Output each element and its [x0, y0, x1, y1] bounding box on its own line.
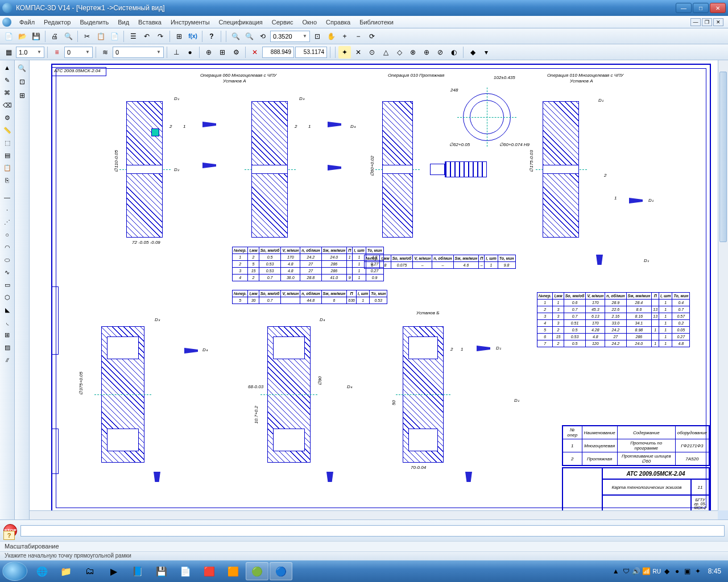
snap6-button[interactable]: ⊗	[407, 46, 419, 59]
zoom-prev-button[interactable]: ⟲	[257, 30, 269, 43]
save-button[interactable]: 💾	[30, 30, 42, 43]
undo-button[interactable]: ↶	[140, 30, 153, 43]
menu-service[interactable]: Сервис	[267, 18, 298, 27]
aux-line-button[interactable]: ⋰	[2, 217, 13, 228]
command-input[interactable]	[20, 525, 725, 537]
menu-help[interactable]: Справка	[321, 18, 355, 27]
task-kompas[interactable]: 🔵	[270, 562, 292, 580]
spec-panel-button[interactable]: ▤	[2, 149, 13, 161]
tray-sound-icon[interactable]: 🔊	[632, 567, 641, 576]
round-button[interactable]: ●	[184, 46, 196, 59]
tray-generic4-icon[interactable]: ✦	[693, 567, 702, 576]
ellipse-tool-button[interactable]: ⬭	[2, 254, 13, 265]
line-tool-button[interactable]: —	[2, 192, 13, 203]
rect-tool-button[interactable]: ▭	[2, 279, 13, 290]
snap8-button[interactable]: ⊘	[434, 46, 446, 59]
menu-libraries[interactable]: Библиотеки	[355, 18, 398, 27]
pan-button[interactable]: ✋	[325, 30, 337, 43]
chamfer-tool-button[interactable]: ◣	[2, 304, 13, 315]
task-media[interactable]: ▶	[102, 562, 125, 580]
equidist-tool-button[interactable]: ⫽	[2, 354, 13, 365]
coord-x-field[interactable]: 888.949	[262, 47, 294, 58]
spline-tool-button[interactable]: ∿	[2, 267, 13, 278]
drawing-canvas[interactable]: АТС 2009.05МСК-2.04 Операция 060 Многоце…	[30, 60, 718, 519]
variables-button[interactable]: f(x)	[187, 30, 199, 43]
start-button[interactable]	[2, 562, 27, 581]
manager-button[interactable]: ⊞	[173, 30, 185, 43]
insert-panel-button[interactable]: ⎘	[2, 174, 13, 186]
task-explorer[interactable]: 📁	[55, 562, 77, 580]
layer-combo[interactable]: 0▼	[64, 47, 93, 58]
properties-button[interactable]: ☰	[127, 30, 139, 43]
zoom-fit-button[interactable]: ⊡	[311, 30, 324, 43]
doc-close-button[interactable]: ✕	[713, 18, 723, 26]
collect-tool-button[interactable]: ⊞	[2, 329, 13, 340]
minimize-button[interactable]: —	[676, 3, 692, 13]
polygon-tool-button[interactable]: ⬡	[2, 292, 13, 303]
task-save[interactable]: 💾	[150, 562, 173, 580]
snap-settings-button[interactable]: ⚙	[230, 46, 242, 59]
param-panel-button[interactable]: ⚙	[2, 112, 13, 123]
arc-tool-button[interactable]: ◠	[2, 242, 13, 253]
snap-toggle-button[interactable]: ◆	[466, 46, 479, 59]
task-yandex[interactable]: 🟥	[198, 562, 221, 580]
select-panel-button[interactable]: ⬚	[2, 137, 13, 148]
task-folder[interactable]: 🗂	[78, 562, 101, 580]
view1-button[interactable]: 🔍	[16, 62, 28, 74]
snap-grid-button[interactable]: ⊞	[216, 46, 229, 59]
tray-lang[interactable]: RU	[652, 567, 661, 576]
task-utorrent[interactable]: 🟢	[246, 562, 268, 580]
layer-button[interactable]: ≡	[51, 46, 63, 59]
snap7-button[interactable]: ⊕	[420, 46, 433, 59]
hatch-tool-button[interactable]: ▨	[2, 342, 13, 353]
coord-y-field[interactable]: 53.1174	[295, 47, 327, 58]
task-app[interactable]: 🟧	[222, 562, 245, 580]
menu-insert[interactable]: Вставка	[134, 18, 166, 27]
snap1-button[interactable]: ✦	[338, 46, 351, 59]
menu-select[interactable]: Выделить	[75, 18, 113, 27]
tray-shield-icon[interactable]: 🛡	[622, 567, 631, 576]
geometry-panel-button[interactable]: ▲	[2, 62, 13, 73]
notation-panel-button[interactable]: ⌘	[2, 87, 13, 98]
view2-button[interactable]: ⊡	[16, 76, 28, 88]
measure-panel-button[interactable]: 📏	[2, 124, 13, 136]
snap2-button[interactable]: ✕	[352, 46, 365, 59]
fillet-tool-button[interactable]: ◟	[2, 317, 13, 328]
scale-combo[interactable]: 1.0▼	[16, 47, 44, 58]
snap9-button[interactable]: ◐	[448, 46, 460, 59]
zoom-in-button[interactable]: +	[338, 30, 351, 43]
circle-tool-button[interactable]: ○	[2, 229, 13, 240]
tray-flag-icon[interactable]: ▲	[611, 567, 621, 576]
snap5-button[interactable]: ◇	[393, 46, 406, 59]
tray-net-icon[interactable]: 📶	[642, 567, 651, 576]
ortho-button[interactable]: ⊥	[170, 46, 183, 59]
menu-spec[interactable]: Спецификация	[214, 18, 267, 27]
menu-tools[interactable]: Инструменты	[166, 18, 214, 27]
open-button[interactable]: 📂	[16, 30, 28, 43]
close-button[interactable]: ✕	[710, 3, 726, 13]
paste-button[interactable]: 📄	[108, 30, 121, 43]
maximize-button[interactable]: □	[693, 3, 709, 13]
reports-panel-button[interactable]: 📋	[2, 162, 13, 173]
snap3-button[interactable]: ⊙	[366, 46, 378, 59]
hint-button[interactable]: ?	[3, 531, 15, 540]
new-button[interactable]: 📄	[2, 30, 15, 43]
snap4-button[interactable]: △	[379, 46, 392, 59]
redo-button[interactable]: ↷	[154, 30, 167, 43]
preview-button[interactable]: 🔍	[62, 30, 75, 43]
dimensions-panel-button[interactable]: ✎	[2, 74, 13, 86]
zoom-dynamic-button[interactable]: 🔍	[243, 30, 255, 43]
doc-minimize-button[interactable]: —	[690, 18, 701, 26]
menu-edit[interactable]: Редактор	[39, 18, 75, 27]
tray-generic2-icon[interactable]: ●	[673, 567, 682, 576]
view3-button[interactable]: ⊞	[16, 89, 28, 102]
horizontal-scrollbar[interactable]	[30, 510, 718, 519]
cut-button[interactable]: ✂	[81, 30, 93, 43]
zoom-combo[interactable]: 0.3520▼	[270, 31, 310, 42]
task-word[interactable]: 📘	[126, 562, 149, 580]
task-ie[interactable]: 🌐	[31, 562, 53, 580]
point-tool-button[interactable]: ·	[2, 204, 13, 215]
copy-button[interactable]: 📋	[94, 30, 107, 43]
zoom-out-button[interactable]: −	[352, 30, 365, 43]
app-menu-icon[interactable]	[2, 18, 11, 27]
